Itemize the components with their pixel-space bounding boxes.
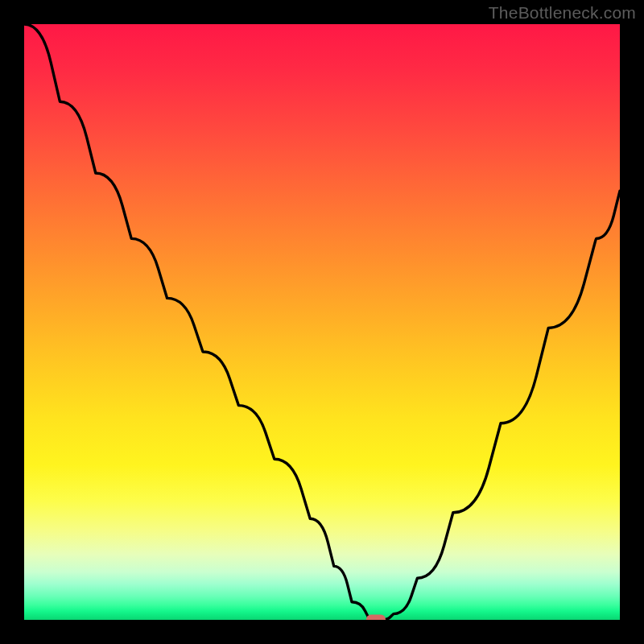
- optimal-point-marker: [366, 615, 386, 621]
- bottleneck-curve: [24, 24, 620, 620]
- watermark-text: TheBottleneck.com: [489, 3, 636, 23]
- plot-area: [24, 24, 620, 620]
- chart-frame: TheBottleneck.com: [0, 0, 644, 644]
- curve-path: [24, 24, 620, 620]
